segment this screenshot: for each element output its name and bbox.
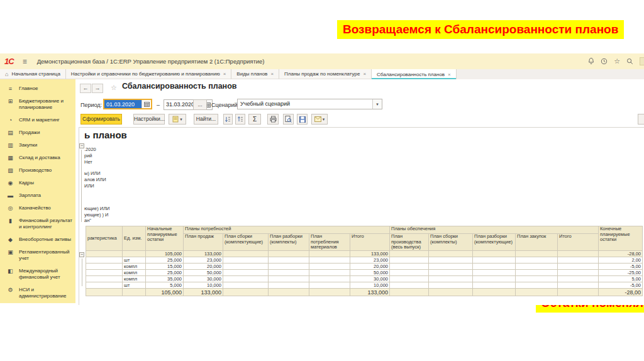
sidebar-item-budgeting[interactable]: ⊞Бюджетирование и планирование: [0, 95, 75, 114]
main-menu-icon[interactable]: ≡: [23, 58, 27, 65]
notifications-bell-icon[interactable]: [588, 56, 594, 67]
sum-button[interactable]: Σ: [248, 114, 261, 125]
report-param: .2020: [84, 147, 96, 152]
preview-button[interactable]: [283, 114, 294, 125]
table-row[interactable]: компл 25,000 50,000 50,000 -25,00: [86, 270, 643, 276]
generate-button[interactable]: Сформировать: [80, 114, 122, 125]
favorite-star-icon[interactable]: ☆: [111, 84, 117, 92]
sidebar-item-label: Склад и доставка: [19, 155, 60, 161]
group-header-demand[interactable]: Планы потребностей: [184, 226, 390, 234]
tab-plan-types[interactable]: Виды планов ×: [231, 69, 279, 79]
col-header-unit[interactable]: Ед. изм.: [123, 226, 146, 251]
sidebar-item-label: НСИ и администрирование: [19, 287, 74, 299]
tab-label: Начальная страница: [11, 71, 60, 77]
col-header-end-balance[interactable]: Конечные планируемые остатки: [599, 226, 643, 251]
close-icon[interactable]: ×: [223, 71, 226, 77]
col-header-material-consumption[interactable]: План потребления материалов: [309, 234, 350, 251]
sidebar-item-production[interactable]: ▧Производство: [0, 164, 75, 177]
group-header-supply[interactable]: Планы обеспечения: [390, 226, 599, 234]
sidebar-item-sales[interactable]: ▤Продажи: [0, 126, 75, 139]
col-header-disassembly-components[interactable]: План разборки (комплектующие): [473, 234, 516, 251]
col-header-disassembly-kits[interactable]: План разборки (комплекты): [269, 234, 309, 251]
tab-settings-budgeting[interactable]: Настройки и справочники по бюджетировани…: [66, 69, 232, 79]
back-button[interactable]: ←: [80, 84, 91, 93]
search-icon[interactable]: [626, 56, 633, 67]
calendar-icon[interactable]: [142, 100, 151, 108]
sidebar-item-warehouse[interactable]: ▦Склад и доставка: [0, 152, 75, 164]
close-icon[interactable]: ×: [363, 71, 366, 77]
col-header-supply-total[interactable]: Итого: [558, 234, 599, 251]
sidebar-item-main[interactable]: ≡Главное: [0, 82, 75, 95]
report-param: ан": [84, 218, 91, 223]
collapse-header-icon[interactable]: −: [79, 143, 84, 148]
col-header-sales-plan[interactable]: План продаж: [184, 234, 223, 251]
assets-icon: ◆: [6, 236, 14, 243]
find-button[interactable]: Найти...: [194, 114, 218, 125]
sidebar-item-fin-result[interactable]: ▮Финансовый результат и контроллинг: [0, 214, 75, 233]
close-icon[interactable]: ×: [448, 72, 451, 77]
sidebar-item-label: Кадры: [19, 180, 34, 186]
app-window: 1С ≡ Демонстрационная база / 1С:ERP Упра…: [0, 53, 644, 305]
collapse-group-row-icon[interactable]: −: [79, 252, 84, 257]
table-row[interactable]: шт 5,000 10,000 10,000 -5,00: [86, 282, 643, 289]
window-title: Демонстрационная база / 1С:ERP Управлени…: [37, 58, 265, 65]
close-icon[interactable]: ×: [270, 71, 274, 77]
report-param: Нет: [84, 159, 92, 165]
save-button[interactable]: [297, 114, 308, 125]
period-dash: –: [157, 102, 160, 108]
col-header-start-balance[interactable]: Начальные планируемые остатки: [146, 226, 184, 251]
form-content: ← → ☆ Сбалансированность планов Период: …: [75, 79, 644, 305]
sidebar-item-crm[interactable]: ◔CRM и маркетинг: [0, 114, 75, 126]
sidebar-item-label: Международный финансовый учет: [19, 268, 74, 280]
sort-descending-button[interactable]: [223, 114, 233, 125]
sidebar-item-purchases[interactable]: ▥Закупки: [0, 139, 75, 152]
sidebar-item-regulated[interactable]: ▣Регламентированный учет: [0, 246, 75, 265]
sidebar-item-fixed-assets[interactable]: ◆Внеоборотные активы: [0, 233, 75, 246]
table-group-row[interactable]: 105,000 133,000 133,000 -28,00: [86, 251, 643, 257]
titlebar-icons: ☆: [588, 56, 644, 67]
sidebar-item-label: Внеоборотные активы: [19, 236, 71, 243]
tab-home[interactable]: ⌂ Начальная страница: [0, 69, 66, 79]
tab-plan-balance[interactable]: Сбалансированность планов ×: [372, 69, 457, 79]
sidebar-item-payroll[interactable]: ▬Зарплата: [0, 189, 75, 202]
table-row[interactable]: компл 35,000 30,000 30,000 5,00: [86, 276, 643, 282]
sidebar-item-label: Закупки: [19, 142, 37, 148]
history-clock-icon[interactable]: [601, 56, 608, 67]
report-variants-button[interactable]: ▾: [169, 114, 186, 125]
period-from-value[interactable]: 01.03.2020: [104, 100, 142, 108]
home-icon: ⌂: [5, 71, 8, 77]
print-button[interactable]: [267, 114, 279, 125]
col-header-characteristic[interactable]: рактеристика: [86, 226, 123, 251]
sidebar-item-ifrs[interactable]: ◧Международный финансовый учет: [0, 265, 75, 284]
sidebar-item-hr[interactable]: ◉Кадры: [0, 177, 75, 189]
send-mail-button[interactable]: ▾: [311, 114, 328, 125]
col-header-assembly-kits[interactable]: План сборки (комплекты): [429, 234, 473, 251]
sort-ascending-button[interactable]: [235, 114, 245, 125]
table-row[interactable]: шт 25,000 23,000 23,000 2,00: [86, 257, 643, 264]
sidebar-item-admin[interactable]: ⚙НСИ и администрирование: [0, 284, 75, 303]
favorites-star-icon[interactable]: ☆: [614, 58, 620, 65]
clipped-titlebar-button[interactable]: [640, 57, 644, 65]
tab-label: Сбалансированность планов: [377, 72, 445, 77]
col-header-assembly-components[interactable]: План сборки (комплектующие): [223, 234, 269, 251]
tab-sales-plans[interactable]: Планы продаж по номенклатуре ×: [279, 69, 372, 79]
col-header-purchase-plan[interactable]: План закупок: [516, 234, 558, 251]
chevron-down-icon[interactable]: ▾: [372, 99, 382, 109]
col-header-demand-total[interactable]: Итого: [350, 234, 390, 251]
forward-button[interactable]: →: [92, 84, 103, 93]
table-total-row[interactable]: 105,000 133,000 133,000 -28,00: [86, 289, 643, 296]
table-row[interactable]: компл 15,000 20,000 20,000 -5,00: [86, 264, 643, 270]
report-param: ы) ИЛИ: [84, 170, 101, 176]
col-header-production-plan[interactable]: План производства (весь выпуск): [390, 234, 429, 251]
sidebar-item-label: Казначейство: [19, 205, 51, 211]
scenario-select[interactable]: Учебный сценарий ▾: [237, 99, 382, 109]
tab-label: Настройки и справочники по бюджетировани…: [71, 71, 220, 77]
settings-button[interactable]: Настройки...: [133, 114, 165, 125]
coin-icon: ◎: [6, 205, 14, 211]
period-more-button[interactable]: ...: [193, 99, 207, 110]
preview-icon: [285, 116, 292, 123]
sidebar-item-treasury[interactable]: ◎Казначейство: [0, 202, 75, 214]
clipped-toolbar-button[interactable]: [638, 114, 644, 125]
envelope-icon: [314, 116, 321, 122]
period-from-input[interactable]: 01.03.2020: [103, 99, 152, 109]
